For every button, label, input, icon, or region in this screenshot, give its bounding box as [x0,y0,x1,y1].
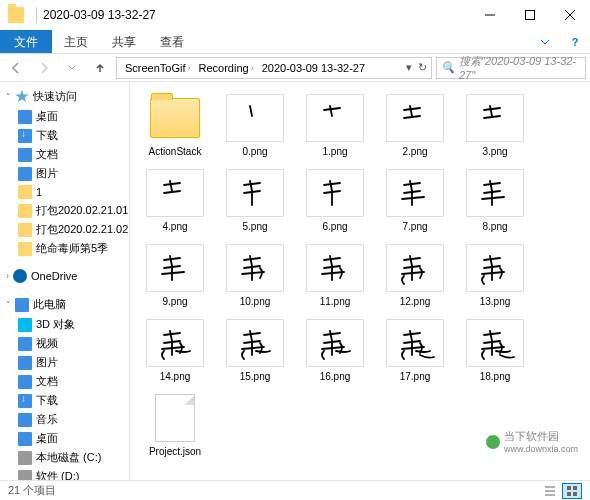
icons-view-button[interactable] [562,483,582,499]
nav-item-videos[interactable]: 视频 [0,334,129,353]
item-label: 12.png [400,296,431,307]
file-item[interactable]: 11.png [300,242,370,309]
file-item[interactable]: 13.png [460,242,530,309]
file-item[interactable]: 10.png [220,242,290,309]
item-label: 10.png [240,296,271,307]
nav-item-folder[interactable]: 打包2020.02.21.01 [0,201,129,220]
item-label: 14.png [160,371,191,382]
document-icon [18,375,32,389]
ribbon-tabs: 文件 主页 共享 查看 ? [0,30,590,54]
refresh-icon[interactable]: ↻ [418,61,427,74]
nav-item-downloads[interactable]: 下载 [0,391,129,410]
nav-item-folder[interactable]: 绝命毒师第5季 [0,239,129,258]
file-item[interactable]: 7.png [380,167,450,234]
nav-item-folder[interactable]: 1 [0,183,129,201]
details-view-button[interactable] [540,483,560,499]
nav-item-disk-d[interactable]: 软件 (D:) [0,467,129,480]
image-thumbnail [146,244,204,292]
file-item[interactable]: 16.png [300,317,370,384]
address-bar[interactable]: ScreenToGif› Recording› 2020-03-09 13-32… [116,57,432,79]
image-thumbnail [306,94,364,142]
file-item[interactable]: 1.png [300,92,370,159]
file-item[interactable]: 4.png [140,167,210,234]
nav-item-pictures[interactable]: 图片 [0,353,129,372]
nav-item-3d[interactable]: 3D 对象 [0,315,129,334]
file-item[interactable]: 8.png [460,167,530,234]
nav-item-music[interactable]: 音乐 [0,410,129,429]
recent-dropdown-icon[interactable] [60,56,84,80]
file-item[interactable]: 3.png [460,92,530,159]
tab-home[interactable]: 主页 [52,30,100,53]
file-item[interactable]: ActionStack [140,92,210,159]
file-item[interactable]: 5.png [220,167,290,234]
image-thumbnail [466,94,524,142]
watermark: 当下软件园 www.downxia.com [486,429,578,454]
search-input[interactable]: 🔍 搜索"2020-03-09 13-32-27" [436,57,586,79]
tab-share[interactable]: 共享 [100,30,148,53]
dropdown-icon[interactable]: ▾ [406,61,412,74]
document-icon [18,148,32,162]
svg-rect-2 [573,486,577,490]
breadcrumb-segment[interactable]: Recording [199,62,249,74]
file-item[interactable]: 2.png [380,92,450,159]
item-label: 13.png [480,296,511,307]
file-item[interactable]: 0.png [220,92,290,159]
file-item[interactable]: 12.png [380,242,450,309]
desktop-icon [18,432,32,446]
item-label: ActionStack [149,146,202,157]
nav-item-desktop[interactable]: 桌面 [0,429,129,448]
nav-item-pictures[interactable]: 图片 [0,164,129,183]
tab-view[interactable]: 查看 [148,30,196,53]
file-item[interactable]: 18.png [460,317,530,384]
ribbon-expand-icon[interactable] [530,30,560,53]
image-thumbnail [226,244,284,292]
nav-item-documents[interactable]: 文档 [0,145,129,164]
image-thumbnail [146,319,204,367]
svg-rect-3 [567,492,571,496]
nav-onedrive[interactable]: ›OneDrive [0,266,129,286]
file-item[interactable]: 15.png [220,317,290,384]
minimize-button[interactable] [470,0,510,30]
file-item[interactable]: 6.png [300,167,370,234]
tab-file[interactable]: 文件 [0,30,52,53]
image-thumbnail [226,169,284,217]
item-label: 7.png [402,221,427,232]
item-label: 3.png [482,146,507,157]
title-bar: 2020-03-09 13-32-27 [0,0,590,30]
nav-item-downloads[interactable]: 下载 [0,126,129,145]
address-row: ScreenToGif› Recording› 2020-03-09 13-32… [0,54,590,82]
item-label: 1.png [322,146,347,157]
nav-item-desktop[interactable]: 桌面 [0,107,129,126]
picture-icon [18,167,32,181]
desktop-icon [18,110,32,124]
nav-item-disk-c[interactable]: 本地磁盘 (C:) [0,448,129,467]
folder-thumbnail [146,94,204,142]
back-button[interactable] [4,56,28,80]
nav-quick-access[interactable]: ˅快速访问 [0,86,129,107]
item-count: 21 个项目 [8,483,56,498]
maximize-button[interactable] [510,0,550,30]
folder-icon [8,7,24,23]
item-label: 11.png [320,296,351,307]
breadcrumb-segment[interactable]: ScreenToGif [125,62,186,74]
file-item[interactable]: 9.png [140,242,210,309]
nav-item-folder[interactable]: 打包2020.02.21.02 [0,220,129,239]
file-item[interactable]: Project.json [140,392,210,459]
nav-item-documents[interactable]: 文档 [0,372,129,391]
close-button[interactable] [550,0,590,30]
pc-icon [15,298,29,312]
forward-button[interactable] [32,56,56,80]
item-label: 9.png [162,296,187,307]
file-item[interactable]: 14.png [140,317,210,384]
logo-icon [486,435,500,449]
help-icon[interactable]: ? [560,30,590,53]
file-item[interactable]: 17.png [380,317,450,384]
up-button[interactable] [88,56,112,80]
item-label: 16.png [320,371,351,382]
image-thumbnail [226,319,284,367]
nav-this-pc[interactable]: ˅此电脑 [0,294,129,315]
download-icon [18,129,32,143]
breadcrumb-segment[interactable]: 2020-03-09 13-32-27 [262,62,365,74]
item-label: 4.png [162,221,187,232]
onedrive-icon [13,269,27,283]
